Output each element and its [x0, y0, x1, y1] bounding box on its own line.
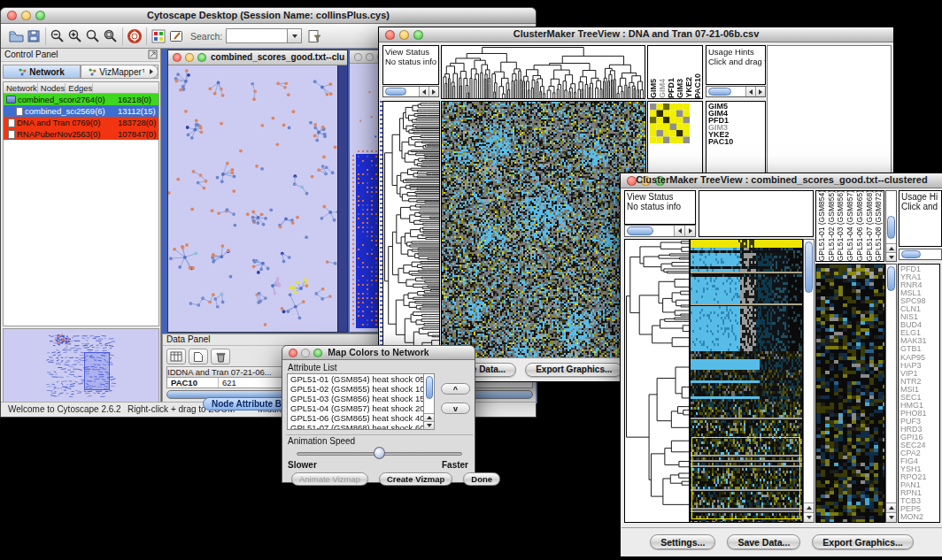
gene-label[interactable]: PAC10: [708, 138, 765, 145]
tv2-heatmap-canvas[interactable]: [691, 240, 802, 522]
tv1-column-dendrogram[interactable]: [441, 45, 645, 99]
tv2-summary-heatmap-canvas[interactable]: [816, 265, 884, 522]
column-label[interactable]: GIM5: [649, 79, 658, 98]
scroll-up-button[interactable]: [424, 413, 434, 421]
network-list-row[interactable]: combined_scores_ 2764(0) 16218(0): [4, 94, 158, 105]
delete-attribute-icon[interactable]: [211, 349, 230, 364]
dialog-button[interactable]: Create Vizmap: [379, 472, 452, 486]
tv2-status-scrollbar[interactable]: [624, 225, 696, 237]
tv1-row-dendrogram[interactable]: [382, 101, 440, 359]
column-header[interactable]: ID: [167, 367, 176, 377]
gene-label[interactable]: MON2: [900, 513, 939, 521]
attribute-list-item[interactable]: GPL51-03 (GSM856) heat shock 15 min: [288, 394, 423, 403]
treeview-action-button[interactable]: Save Data...: [727, 534, 800, 549]
tv2-summary-heatmap[interactable]: [815, 264, 885, 523]
column-label[interactable]: GPL51-01 (GSM854): [817, 190, 827, 261]
scroll-up-button[interactable]: [886, 243, 896, 252]
scroll-down-button[interactable]: [886, 512, 896, 522]
tv2-gene-scrollbar[interactable]: [885, 264, 897, 523]
column-label[interactable]: GPL51-07 (GSM868): [865, 190, 875, 261]
column-header[interactable]: Edges: [66, 83, 93, 93]
save-session-icon[interactable]: [25, 27, 42, 45]
scrollbar-thumb[interactable]: [426, 376, 433, 399]
scrollbar-thumb[interactable]: [887, 216, 895, 239]
treeview-action-button[interactable]: Settings...: [650, 534, 715, 549]
open-file-icon[interactable]: [7, 27, 25, 45]
annotation-icon[interactable]: [167, 27, 185, 45]
tv2-hints-scrollbar[interactable]: [899, 249, 942, 260]
scrollbar-thumb[interactable]: [805, 242, 813, 293]
scroll-right-button[interactable]: [429, 87, 438, 96]
column-label[interactable]: PAC10: [693, 73, 702, 98]
scroll-down-button[interactable]: [424, 421, 434, 429]
treeview-action-button[interactable]: Export Graphics...: [525, 363, 622, 377]
network-list-row[interactable]: combined_sco 2569(6) 13112(15): [4, 105, 158, 117]
scroll-left-button[interactable]: [674, 226, 684, 236]
scroll-left-button[interactable]: [419, 87, 429, 96]
zoom-out-icon[interactable]: [49, 27, 66, 45]
search-dropdown-button[interactable]: [288, 28, 302, 43]
scrollbar-thumb[interactable]: [708, 88, 731, 96]
search-input[interactable]: [226, 28, 288, 43]
animation-speed-slider-thumb[interactable]: [374, 447, 385, 459]
tv2-labels-scrollbar[interactable]: [885, 190, 897, 262]
network-view-scrollbar[interactable]: [337, 65, 347, 332]
scroll-up-button[interactable]: [886, 502, 896, 512]
attribute-list-item[interactable]: GPL51-07 (GSM868) heat shock 60 min: [288, 423, 423, 429]
treeview-action-button[interactable]: Export Graphics...: [812, 534, 913, 549]
tv1-status-scrollbar[interactable]: [382, 86, 439, 97]
column-label[interactable]: PFD1: [667, 78, 676, 98]
attribute-list-item[interactable]: GPL51-04 (GSM857) heat shock 20 min: [288, 403, 423, 413]
column-header[interactable]: DNA and Tran 07-21-06...: [176, 367, 272, 377]
new-attribute-icon[interactable]: [189, 349, 208, 364]
column-label[interactable]: GIM3: [676, 79, 684, 98]
attribute-list-item[interactable]: GPL51-06 (GSM865) heat shock 40 min: [288, 413, 423, 423]
column-header[interactable]: Network: [4, 83, 38, 93]
network-list-row[interactable]: RNAPuberNov2+ 563(0) 107847(0): [4, 128, 158, 140]
zoom-in-icon[interactable]: [66, 27, 84, 45]
zoom-selected-icon[interactable]: [102, 27, 120, 45]
minimize-button[interactable]: [366, 53, 374, 61]
vizmapper-icon[interactable]: [150, 27, 167, 45]
zoom-fit-icon[interactable]: [84, 27, 102, 45]
column-label[interactable]: GPL51-08 (GSM872): [874, 190, 884, 261]
float-panel-icon[interactable]: [148, 50, 158, 61]
tv2-heatmap[interactable]: [690, 239, 803, 523]
tv2-row-dendrogram[interactable]: [624, 239, 690, 523]
dialog-button[interactable]: Done: [463, 472, 500, 486]
column-header[interactable]: Nodes: [38, 83, 66, 93]
column-label[interactable]: GPL51-03 (GSM856): [836, 190, 845, 261]
scroll-down-button[interactable]: [804, 512, 814, 522]
tv1-heatmap[interactable]: [441, 101, 646, 359]
scrollbar-thumb[interactable]: [627, 226, 653, 235]
attribute-table-icon[interactable]: [166, 349, 186, 364]
tv2-heatmap-scrollbar[interactable]: [803, 239, 815, 523]
scrollbar-thumb[interactable]: [901, 250, 921, 258]
attribute-list-item[interactable]: GPL51-02 (GSM855) heat shock 10 min: [288, 384, 423, 394]
scroll-up-button[interactable]: [804, 502, 814, 512]
move-up-button[interactable]: ^: [441, 383, 470, 395]
move-down-button[interactable]: v: [441, 403, 470, 414]
tv1-selected-matrix-canvas[interactable]: [650, 104, 690, 143]
close-button[interactable]: [173, 53, 181, 62]
attribute-list-item[interactable]: GPL51-01 (GSM854) heat shock 05 min: [288, 374, 423, 384]
scroll-right-button[interactable]: [684, 226, 695, 236]
scrollbar-thumb[interactable]: [385, 88, 406, 96]
birdseye-view-canvas[interactable]: [4, 329, 158, 402]
zoom-window-button[interactable]: [197, 53, 206, 62]
close-button[interactable]: [354, 53, 362, 61]
column-label[interactable]: GIM4: [658, 79, 667, 98]
column-label[interactable]: YKE2: [684, 77, 693, 98]
scroll-right-button[interactable]: [755, 87, 765, 96]
tv2-column-dendrogram[interactable]: [699, 190, 814, 237]
tab-overflow-arrow[interactable]: [144, 65, 158, 79]
column-label[interactable]: GPL51-04 (GSM857): [845, 190, 855, 261]
tv1-column-dendrogram-canvas[interactable]: [442, 46, 645, 98]
network-list-row[interactable]: DNA and Tran 07 769(0) 183728(0): [4, 117, 158, 128]
dialog-button[interactable]: Animate Vizmap: [291, 472, 368, 486]
scrollbar-thumb[interactable]: [887, 266, 895, 291]
tv2-row-dendrogram-canvas[interactable]: [625, 240, 689, 522]
network-view-canvas[interactable]: [168, 65, 337, 332]
tab[interactable]: Network: [3, 65, 81, 79]
advanced-search-icon[interactable]: [305, 27, 323, 45]
